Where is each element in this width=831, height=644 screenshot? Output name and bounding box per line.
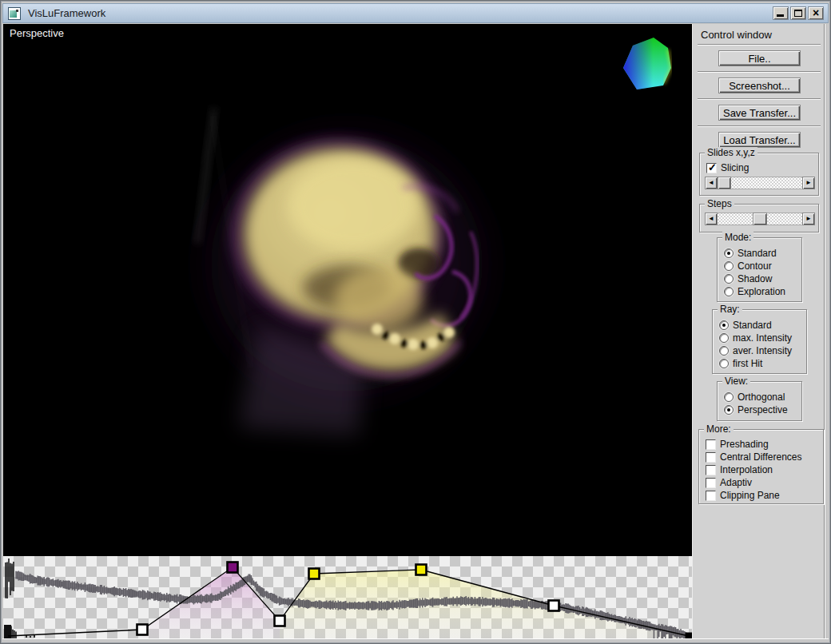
- checkbox-label: Adaptiv: [720, 477, 752, 488]
- app-icon: [8, 7, 21, 20]
- checkbox-box[interactable]: ✓: [706, 478, 716, 488]
- radio-label: Orthogonal: [738, 392, 785, 403]
- radio-ray-max-intensity[interactable]: max. Intensity: [719, 332, 792, 344]
- checkbox-box[interactable]: ✓: [706, 465, 716, 475]
- radio-label: Standard: [733, 320, 772, 331]
- checkbox-clipping-pane[interactable]: ✓ Clipping Pane: [706, 490, 780, 501]
- checkbox-label: Preshading: [720, 439, 769, 450]
- minimize-button[interactable]: [773, 6, 789, 20]
- tf-control-point[interactable]: [137, 625, 148, 635]
- tf-control-point[interactable]: [416, 565, 427, 575]
- radio-dot: [727, 252, 730, 255]
- app-icon-dot: [16, 10, 18, 12]
- separator: [698, 125, 821, 127]
- close-icon: ×: [809, 7, 823, 19]
- scrollbar-left-arrow-icon[interactable]: ◄: [705, 213, 718, 225]
- file-button[interactable]: File..: [718, 50, 801, 66]
- radio-ray-first-hit[interactable]: first Hit: [719, 358, 762, 369]
- radio-mode-shadow[interactable]: Shadow: [724, 273, 772, 284]
- radio-label: Exploration: [738, 286, 785, 297]
- close-button[interactable]: ×: [808, 6, 824, 20]
- maximize-icon: [794, 10, 802, 17]
- radio-circle[interactable]: [724, 287, 734, 296]
- group-more: More: ✓ Preshading ✓ Central Differences…: [698, 429, 824, 504]
- radio-view-orthogonal[interactable]: Orthogonal: [724, 392, 785, 403]
- radio-circle[interactable]: [724, 405, 734, 415]
- radio-label: Standard: [738, 248, 777, 259]
- steps-scrollbar-thumb[interactable]: [753, 213, 767, 225]
- slides-scrollbar[interactable]: ◄ ►: [705, 177, 815, 189]
- minimize-icon: [777, 14, 784, 17]
- checkbox-label: Slicing: [721, 162, 749, 173]
- orientation-cube: [623, 38, 671, 89]
- checkbox-adaptiv[interactable]: ✓ Adaptiv: [706, 477, 752, 488]
- scrollbar-left-arrow-icon[interactable]: ◄: [705, 177, 718, 189]
- checkbox-central-differences[interactable]: ✓ Central Differences: [706, 451, 802, 463]
- load-transfer-button[interactable]: Load Transfer...: [718, 132, 801, 148]
- radio-circle[interactable]: [724, 248, 734, 258]
- radio-circle[interactable]: [724, 261, 734, 271]
- group-view: View: Orthogonal Perspective: [717, 381, 802, 421]
- radio-circle[interactable]: [724, 274, 734, 284]
- group-steps-title: Steps: [705, 198, 734, 209]
- titlebar[interactable]: VisLuFramework ×: [2, 3, 829, 23]
- radio-dot: [722, 324, 726, 327]
- radio-label: Perspective: [738, 404, 788, 415]
- radio-circle[interactable]: [719, 320, 729, 330]
- group-slides-title: Slides x,y,z: [705, 147, 757, 158]
- tf-control-point[interactable]: [686, 633, 693, 639]
- scrollbar-right-arrow-icon[interactable]: ►: [802, 177, 815, 189]
- checkbox-box[interactable]: ✓: [706, 491, 716, 501]
- app-window: VisLuFramework ×: [0, 0, 831, 644]
- checkbox-preshading[interactable]: ✓ Preshading: [706, 439, 769, 450]
- group-ray: Ray: Standard max. Intensity aver. Inten…: [712, 309, 807, 374]
- scrollbar-right-arrow-icon[interactable]: ►: [802, 213, 815, 225]
- radio-circle[interactable]: [719, 346, 729, 356]
- tf-control-point[interactable]: [309, 569, 320, 579]
- tf-control-point[interactable]: [228, 563, 238, 573]
- separator: [698, 71, 821, 73]
- radio-circle[interactable]: [724, 392, 734, 402]
- radio-label: aver. Intensity: [733, 345, 792, 356]
- radio-mode-standard[interactable]: Standard: [724, 248, 777, 259]
- transfer-function-editor[interactable]: [3, 556, 692, 638]
- steps-scrollbar[interactable]: ◄ ►: [705, 213, 815, 225]
- render-viewport[interactable]: Perspective: [3, 24, 692, 556]
- separator: [698, 44, 821, 46]
- transfer-function-canvas[interactable]: [3, 556, 692, 638]
- checkbox-box[interactable]: ✓: [706, 452, 716, 463]
- tf-control-point[interactable]: [275, 616, 285, 626]
- checkbox-box[interactable]: ✓: [706, 163, 717, 173]
- panel-title: Control window: [701, 29, 772, 41]
- check-icon: ✓: [708, 161, 717, 173]
- radio-label: first Hit: [733, 358, 762, 369]
- group-mode: Mode: Standard Contour Shadow Exploratio…: [717, 237, 802, 302]
- save-transfer-button[interactable]: Save Transfer...: [718, 105, 801, 121]
- projection-mode-label: Perspective: [10, 27, 64, 39]
- checkbox-label: Clipping Pane: [720, 490, 780, 501]
- slides-scrollbar-thumb[interactable]: [718, 177, 731, 189]
- radio-dot: [727, 408, 730, 411]
- checkbox-label: Central Differences: [720, 451, 802, 463]
- window-bottom-edge: [2, 638, 829, 642]
- radio-circle[interactable]: [719, 359, 729, 368]
- window-title: VisLuFramework: [28, 7, 105, 19]
- tf-control-point[interactable]: [549, 601, 559, 611]
- radio-mode-exploration[interactable]: Exploration: [724, 286, 785, 297]
- checkbox-slicing[interactable]: ✓ Slicing: [706, 162, 749, 173]
- radio-mode-contour[interactable]: Contour: [724, 260, 772, 272]
- radio-label: max. Intensity: [733, 332, 792, 344]
- maximize-button[interactable]: [790, 6, 806, 20]
- group-ray-title: Ray:: [718, 304, 742, 315]
- radio-view-perspective[interactable]: Perspective: [724, 404, 788, 415]
- group-slides: Slides x,y,z ✓ Slicing ◄ ►: [699, 153, 819, 196]
- checkbox-box[interactable]: ✓: [706, 439, 716, 450]
- group-more-title: More:: [704, 423, 734, 435]
- radio-ray-aver-intensity[interactable]: aver. Intensity: [719, 345, 792, 356]
- screenshot-button[interactable]: Screenshot...: [718, 78, 801, 93]
- checkbox-interpolation[interactable]: ✓ Interpolation: [706, 464, 773, 475]
- group-mode-title: Mode:: [722, 232, 753, 243]
- radio-label: Contour: [738, 260, 772, 272]
- radio-circle[interactable]: [719, 333, 729, 343]
- radio-ray-standard[interactable]: Standard: [719, 320, 772, 331]
